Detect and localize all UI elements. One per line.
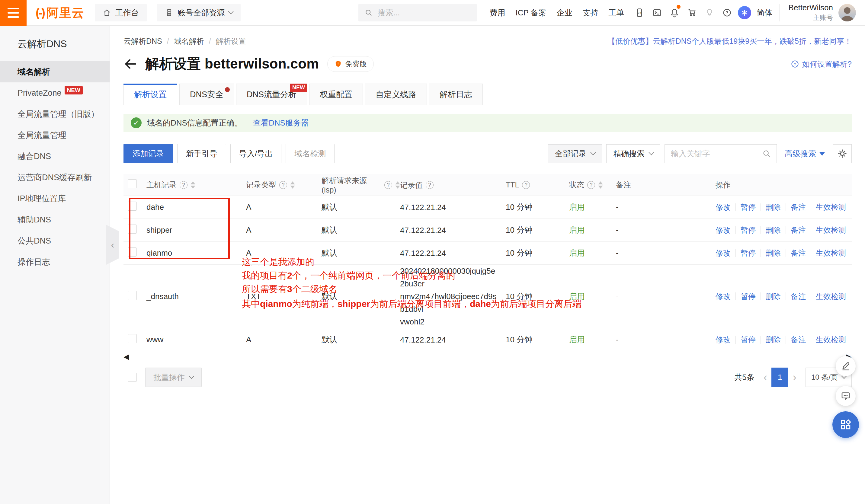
notification-bell-icon[interactable]	[666, 4, 683, 21]
action-modify[interactable]: 修改	[716, 292, 731, 302]
footer-select-checkbox[interactable]	[128, 373, 137, 382]
help-circle-icon[interactable]: ?	[718, 4, 736, 21]
topbar-menu-item[interactable]: ICP 备案	[516, 8, 546, 18]
sidebar-item-gtm-legacy[interactable]: 全局流量管理（旧版）	[0, 104, 109, 125]
action-remark[interactable]: 备注	[791, 292, 806, 302]
advanced-search-toggle[interactable]: 高级搜索	[785, 149, 825, 159]
table-settings-button[interactable]	[833, 144, 852, 163]
action-delete[interactable]: 删除	[766, 292, 781, 302]
action-pause[interactable]: 暂停	[741, 292, 756, 302]
action-delete[interactable]: 删除	[766, 248, 781, 258]
how-to-set-link[interactable]: ? 如何设置解析?	[791, 59, 852, 69]
topbar-menu-item[interactable]: 支持	[583, 8, 598, 18]
sidebar-item-domain-resolution[interactable]: 域名解析	[0, 61, 109, 82]
sort-icon[interactable]	[395, 181, 400, 189]
sort-icon[interactable]	[191, 181, 195, 189]
help-icon[interactable]: ?	[279, 181, 287, 189]
sidebar-item-hybrid-dns[interactable]: 融合DNS	[0, 146, 109, 167]
row-checkbox[interactable]	[128, 247, 137, 257]
action-pause[interactable]: 暂停	[741, 202, 756, 212]
action-remark[interactable]: 备注	[791, 225, 806, 235]
sidebar-item-secondary-dns[interactable]: 辅助DNS	[0, 209, 109, 230]
support-chat-button[interactable]	[836, 386, 856, 406]
feedback-button[interactable]	[836, 356, 856, 376]
action-effect-check[interactable]: 生效检测	[816, 248, 846, 258]
action-effect-check[interactable]: 生效检测	[816, 225, 846, 235]
topbar-menu-item[interactable]: 费用	[490, 8, 505, 18]
scroll-left-icon[interactable]: ◀	[124, 352, 129, 361]
topbar-search[interactable]	[358, 4, 477, 21]
account-resources-dropdown[interactable]: 账号全部资源	[157, 4, 241, 21]
prev-page-button[interactable]: ‹	[761, 372, 771, 383]
topbar-menu-item[interactable]: 工单	[609, 8, 624, 18]
help-icon[interactable]: ?	[384, 181, 392, 189]
user-account[interactable]: BetterWilson 主账号	[779, 4, 865, 21]
action-effect-check[interactable]: 生效检测	[816, 335, 846, 345]
domain-check-button[interactable]: 域名检测	[286, 144, 335, 163]
tab-dns-traffic-analysis[interactable]: DNS流量分析NEW	[236, 84, 307, 105]
sidebar-item-isp-cache-refresh[interactable]: 运营商DNS缓存刷新	[0, 167, 109, 188]
hamburger-menu-button[interactable]	[0, 0, 26, 26]
lightbulb-icon[interactable]	[701, 4, 718, 21]
sidebar-item-operation-log[interactable]: 操作日志	[0, 251, 109, 272]
tab-weight-config[interactable]: 权重配置	[309, 84, 363, 105]
select-all-checkbox[interactable]	[128, 179, 137, 188]
batch-actions-dropdown[interactable]: 批量操作	[145, 367, 202, 387]
tab-dns-settings[interactable]: 解析设置	[124, 84, 177, 105]
sidebar-item-ip-geo-db[interactable]: IP地理位置库	[0, 188, 109, 209]
action-remark[interactable]: 备注	[791, 335, 806, 345]
topbar-search-input[interactable]	[377, 8, 471, 18]
action-delete[interactable]: 删除	[766, 335, 781, 345]
sidebar-item-private-zone[interactable]: PrivateZoneNEW	[0, 82, 109, 104]
tab-dns-security[interactable]: DNS安全	[179, 84, 234, 105]
row-checkbox[interactable]	[128, 202, 137, 211]
sort-icon[interactable]	[598, 181, 603, 189]
action-delete[interactable]: 删除	[766, 225, 781, 235]
action-pause[interactable]: 暂停	[741, 248, 756, 258]
sidebar-collapse-handle[interactable]: ‹	[106, 225, 119, 265]
breadcrumb-item[interactable]: 域名解析	[174, 36, 204, 46]
language-switch[interactable]: 简体	[757, 8, 773, 18]
plan-badge[interactable]: ! 免费版	[327, 56, 374, 72]
action-remark[interactable]: 备注	[791, 248, 806, 258]
next-page-button[interactable]: ›	[789, 372, 799, 383]
action-effect-check[interactable]: 生效检测	[816, 292, 846, 302]
row-checkbox[interactable]	[128, 224, 137, 234]
beginner-guide-button[interactable]: 新手引导	[177, 144, 226, 163]
cart-icon[interactable]	[683, 4, 701, 21]
breadcrumb-item[interactable]: 云解析DNS	[124, 36, 162, 46]
aliyun-logo[interactable]: (-) 阿里云	[36, 4, 84, 21]
tab-custom-line[interactable]: 自定义线路	[365, 84, 427, 105]
page-number-current[interactable]: 1	[771, 367, 788, 387]
apps-launcher-button[interactable]	[832, 411, 859, 438]
action-delete[interactable]: 删除	[766, 202, 781, 212]
sidebar-item-public-dns[interactable]: 公共DNS	[0, 230, 109, 251]
action-modify[interactable]: 修改	[716, 202, 731, 212]
action-pause[interactable]: 暂停	[741, 225, 756, 235]
tab-resolution-log[interactable]: 解析日志	[429, 84, 483, 105]
action-modify[interactable]: 修改	[716, 248, 731, 258]
precise-search-dropdown[interactable]: 精确搜索	[606, 144, 660, 163]
promo-link[interactable]: 【低价优惠】云解析DNS个人版最低19块9买一年，跌破5折，新老同享！	[608, 36, 852, 46]
ai-assistant-icon[interactable]	[736, 4, 753, 21]
row-checkbox[interactable]	[128, 291, 137, 300]
view-dns-servers-link[interactable]: 查看DNS服务器	[253, 118, 309, 128]
action-modify[interactable]: 修改	[716, 335, 731, 345]
help-icon[interactable]: ?	[180, 181, 187, 189]
avatar[interactable]	[839, 4, 856, 21]
mobile-app-icon[interactable]: APP	[631, 4, 648, 21]
keyword-search[interactable]	[665, 144, 777, 163]
workbench-button[interactable]: 工作台	[95, 4, 147, 21]
row-checkbox[interactable]	[128, 334, 137, 343]
action-effect-check[interactable]: 生效检测	[816, 202, 846, 212]
help-icon[interactable]: ?	[522, 181, 530, 189]
add-record-button[interactable]: 添加记录	[124, 144, 173, 163]
help-icon[interactable]: ?	[426, 181, 434, 189]
sort-icon[interactable]	[290, 181, 295, 189]
sidebar-item-gtm[interactable]: 全局流量管理	[0, 125, 109, 146]
action-modify[interactable]: 修改	[716, 225, 731, 235]
back-arrow-icon[interactable]	[124, 57, 137, 71]
help-icon[interactable]: ?	[587, 181, 595, 189]
action-pause[interactable]: 暂停	[741, 335, 756, 345]
terminal-icon[interactable]	[648, 4, 666, 21]
